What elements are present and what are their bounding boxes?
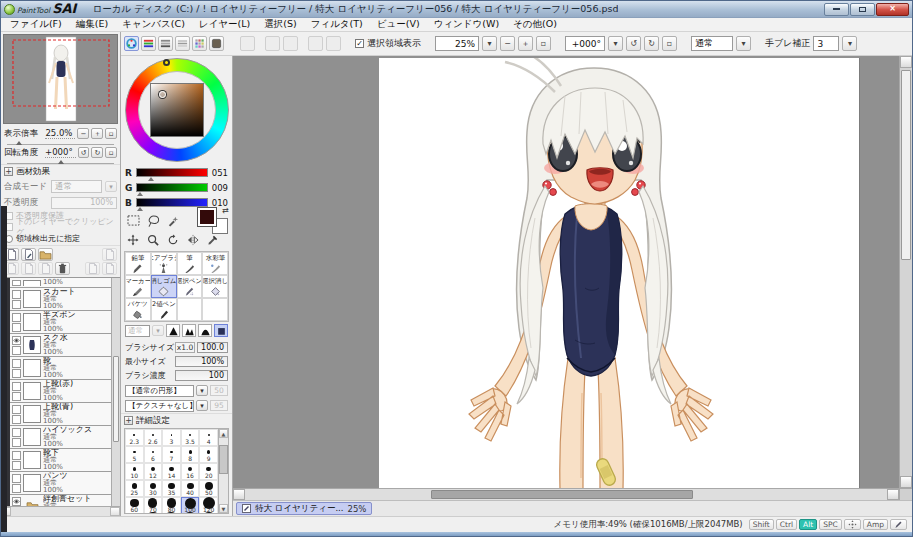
layer-option-checkbox[interactable]	[12, 415, 21, 424]
layer-row-上靴(赤)[interactable]: 上靴(赤)通常100%	[10, 380, 111, 403]
canvas-zoom-in-button[interactable]: ＋	[518, 36, 533, 51]
layer-row-パンツ[interactable]: パンツ通常100%	[10, 472, 111, 495]
layers-scrollbar[interactable]	[111, 278, 120, 506]
menu-item-ビュー(V)[interactable]: ビュー(V)	[370, 18, 427, 31]
invert-selection-button[interactable]	[326, 36, 341, 51]
brush-size-preset-12[interactable]: 12	[144, 463, 163, 480]
layer-visibility-checkbox[interactable]	[12, 313, 21, 322]
brush-size-preset-3[interactable]: 3	[162, 429, 181, 446]
minimize-button[interactable]	[824, 3, 849, 16]
layer-option-checkbox[interactable]	[12, 392, 21, 401]
rgb-sliders-toggle[interactable]	[141, 36, 156, 51]
layer-row-上靴(青)[interactable]: 上靴(青)通常100%	[10, 403, 111, 426]
angle-slider[interactable]	[7, 160, 114, 164]
move-tool[interactable]	[125, 232, 141, 248]
menu-item-選択(S)[interactable]: 選択(S)	[257, 18, 303, 31]
marquee-select-tool[interactable]	[125, 213, 141, 229]
move-layer-down-button[interactable]	[102, 262, 117, 275]
rotate-ccw-button[interactable]: ↺	[78, 147, 90, 158]
menu-item-その他(O)[interactable]: その他(O)	[506, 18, 564, 31]
canvas-zoom-out-button[interactable]: −	[500, 36, 515, 51]
menu-item-ファイル(F)[interactable]: ファイル(F)	[3, 18, 69, 31]
tool-watercolor[interactable]: 水彩筆	[202, 252, 228, 275]
eyedropper-tool[interactable]	[205, 232, 221, 248]
opacity-slider[interactable]: 100%	[51, 197, 117, 209]
layer-visibility-checkbox[interactable]	[12, 290, 21, 299]
brush-size-preset-30[interactable]: 30	[144, 480, 163, 497]
canvas-zoom-field[interactable]: 25%	[435, 36, 479, 51]
min-size-slider[interactable]: 100%	[175, 356, 228, 367]
layer-option-checkbox[interactable]	[12, 300, 21, 309]
color-mixer-toggle[interactable]	[175, 36, 190, 51]
brush-size-preset-5[interactable]: 5	[125, 446, 144, 463]
layer-row-靴下[interactable]: 靴下通常100%	[10, 449, 111, 472]
brush-size-preset-60[interactable]: 60	[125, 497, 144, 513]
clear-layer-button[interactable]	[38, 262, 53, 275]
lasso-tool[interactable]	[145, 213, 161, 229]
layer-visibility-checkbox[interactable]	[12, 382, 21, 391]
brush-size-preset-4[interactable]: 4	[199, 429, 218, 446]
scroll-down-icon[interactable]: ▼	[219, 504, 228, 513]
zoom-fit-button[interactable]: ▫	[536, 36, 551, 51]
brush-size-preset-20[interactable]: 20	[199, 463, 218, 480]
brush-edge-shape-square[interactable]	[214, 324, 228, 337]
move-layer-up-button[interactable]	[85, 262, 100, 275]
brush-shape-select[interactable]: 【通常の円形】	[125, 385, 194, 397]
layer-mask-button[interactable]	[102, 248, 117, 261]
layer-row-partial[interactable]: 100%	[10, 278, 111, 288]
undo-button[interactable]	[265, 36, 280, 51]
brush-texture-dropdown-icon[interactable]: ▾	[196, 400, 208, 411]
brush-edge-shape-curve[interactable]	[198, 324, 212, 337]
new-linework-layer-button[interactable]	[21, 248, 36, 261]
tool-select-pen[interactable]: 選択ペン	[177, 275, 203, 298]
canvas-hscrollbar[interactable]	[233, 488, 899, 500]
menu-item-キャンバス(C)[interactable]: キャンバス(C)	[115, 18, 192, 31]
material-effect-header[interactable]: + 画材効果	[1, 164, 120, 178]
rotate-canvas-tool[interactable]	[165, 232, 181, 248]
brush-size-preset-7[interactable]: 7	[162, 446, 181, 463]
document-tab[interactable]: 特大 ロイヤリティー... 25%	[236, 502, 372, 515]
angle-reset-button2[interactable]: ▫	[662, 36, 677, 51]
density-slider[interactable]: 100	[175, 370, 228, 381]
layers-hscroll[interactable]	[1, 506, 120, 516]
close-button[interactable]: ×	[876, 3, 909, 16]
layer-option-checkbox[interactable]	[12, 461, 21, 470]
color-wheel-toggle[interactable]	[124, 36, 139, 51]
foreground-color-swatch[interactable]	[198, 208, 216, 226]
tool-marker[interactable]: マーカー	[125, 275, 151, 298]
navigator-thumbnail[interactable]	[3, 34, 118, 124]
channel-slider[interactable]	[136, 183, 208, 192]
rotate-cw-button[interactable]: ↻	[91, 147, 103, 158]
tool-airbrush[interactable]: エアブラシ	[151, 252, 177, 275]
layer-row-靴[interactable]: 靴通常100%	[10, 357, 111, 380]
zoom-slider[interactable]	[7, 141, 114, 145]
zoom-out-button[interactable]: −	[77, 128, 89, 139]
layer-option-checkbox[interactable]	[12, 369, 21, 378]
color-swatches[interactable]: ⇄	[198, 208, 228, 234]
size-unit-button[interactable]: x1.0	[175, 342, 195, 353]
brush-texture-select[interactable]: 【テクスチャなし】	[125, 400, 194, 412]
angle-reset-button[interactable]: ▫	[105, 147, 117, 158]
stabilizer-select[interactable]: 3	[813, 36, 839, 51]
layer-row-スカート[interactable]: スカート通常100%	[10, 288, 111, 311]
layer-row-半ズボン[interactable]: 半ズボン通常100%	[10, 311, 111, 334]
tool-brush[interactable]: 筆	[177, 252, 203, 275]
hue-marker[interactable]	[163, 59, 170, 66]
layer-row-ハイソックス[interactable]: ハイソックス通常100%	[10, 426, 111, 449]
stabilizer-dropdown-icon[interactable]: ▾	[842, 36, 857, 51]
magic-wand-tool[interactable]	[165, 213, 181, 229]
brush-size-preset-2.6[interactable]: 2.6	[144, 429, 163, 446]
layer-visibility-checkbox[interactable]	[12, 359, 21, 368]
zoom-tool[interactable]	[145, 232, 161, 248]
flip-canvas-tool[interactable]	[185, 232, 201, 248]
brush-shape-dropdown-icon[interactable]: ▾	[196, 385, 208, 396]
layer-option-checkbox[interactable]	[12, 484, 21, 493]
titlebar[interactable]: PaintTool SAI ローカル ディスク (C:) / ! ロイヤリティー…	[1, 1, 912, 18]
angle-menu-button[interactable]: ▾	[608, 36, 623, 51]
layer-option-checkbox[interactable]	[12, 346, 21, 355]
redo-button[interactable]	[283, 36, 298, 51]
paint-mode-select[interactable]: 通常	[691, 36, 733, 51]
layer-option-checkbox[interactable]	[12, 438, 21, 447]
paint-mode-dropdown-icon[interactable]: ▾	[736, 36, 751, 51]
selection-source-option[interactable]: 領域検出元に指定	[1, 232, 120, 245]
